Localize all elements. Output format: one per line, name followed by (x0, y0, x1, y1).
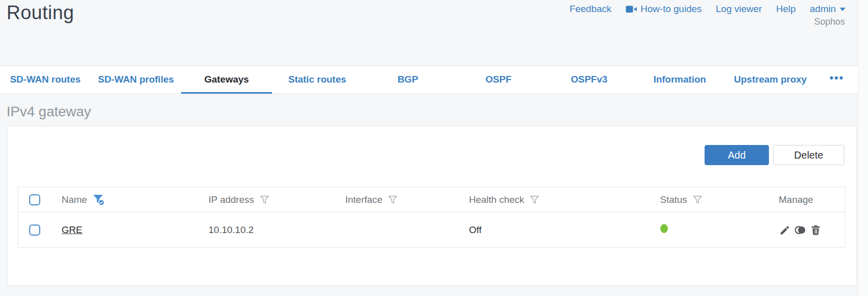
ip-address-cell: 10.10.10.2 (196, 212, 333, 248)
toolbar: Add Delete (18, 145, 844, 165)
delete-row-icon[interactable] (810, 224, 822, 236)
column-header-status: Status (660, 194, 687, 205)
section-heading: IPv4 gateway (7, 104, 858, 120)
column-header-name: Name (62, 194, 88, 205)
health-check-filter-icon[interactable] (529, 194, 540, 205)
column-header-ip-address: IP address (209, 194, 254, 205)
top-nav: Feedback How-to guides Log viewer Help a… (569, 4, 846, 15)
tab-gateways[interactable]: Gateways (181, 66, 272, 94)
brand-label: Sophos (814, 17, 845, 27)
how-to-guides-link[interactable]: How-to guides (626, 4, 702, 15)
table-row: GRE 10.10.10.2 Off (18, 212, 845, 248)
column-header-interface: Interface (345, 194, 383, 205)
video-camera-icon (626, 5, 637, 14)
tab-static-routes[interactable]: Static routes (272, 66, 363, 94)
tab-upstream-proxy[interactable]: Upstream proxy (725, 66, 816, 94)
tab-bar: SD-WAN routes SD-WAN profiles Gateways S… (0, 65, 858, 94)
row-checkbox[interactable] (29, 225, 40, 236)
name-filter-active-icon[interactable] (92, 193, 105, 206)
edit-icon[interactable] (779, 224, 791, 236)
interface-filter-icon[interactable] (387, 194, 398, 205)
gateway-name-link[interactable]: GRE (62, 225, 82, 235)
viewport-scroll-track[interactable] (858, 0, 868, 296)
more-tabs-button[interactable]: ••• (816, 66, 858, 94)
page-title: Routing (7, 0, 74, 25)
tab-bgp[interactable]: BGP (363, 66, 453, 94)
tab-sd-wan-profiles[interactable]: SD-WAN profiles (91, 66, 181, 94)
column-header-manage: Manage (779, 194, 814, 205)
ip-address-filter-icon[interactable] (259, 194, 270, 205)
caret-down-icon (839, 7, 846, 12)
column-header-health-check: Health check (469, 194, 525, 205)
select-all-checkbox[interactable] (29, 194, 40, 205)
content-area: IPv4 gateway Add Delete Name (0, 94, 858, 286)
admin-menu[interactable]: admin (810, 4, 846, 15)
tab-sd-wan-routes[interactable]: SD-WAN routes (0, 66, 91, 94)
health-check-cell: Off (457, 212, 648, 248)
status-up-indicator (660, 224, 668, 233)
add-button[interactable]: Add (705, 145, 769, 165)
gateway-table: Name IP address (18, 187, 845, 248)
tab-ospfv3[interactable]: OSPFv3 (544, 66, 634, 94)
help-link[interactable]: Help (776, 4, 796, 15)
clone-icon[interactable] (794, 224, 807, 236)
ipv4-gateway-card: Add Delete Name (7, 126, 857, 286)
tab-information[interactable]: Information (635, 66, 725, 94)
tab-ospf[interactable]: OSPF (453, 66, 544, 94)
top-bar: Routing Feedback How-to guides Log viewe… (0, 0, 858, 65)
interface-cell (333, 212, 457, 248)
status-filter-icon[interactable] (692, 194, 703, 205)
feedback-link[interactable]: Feedback (569, 4, 611, 15)
log-viewer-link[interactable]: Log viewer (716, 4, 762, 15)
table-header-row: Name IP address (18, 187, 845, 212)
delete-button[interactable]: Delete (773, 145, 844, 165)
